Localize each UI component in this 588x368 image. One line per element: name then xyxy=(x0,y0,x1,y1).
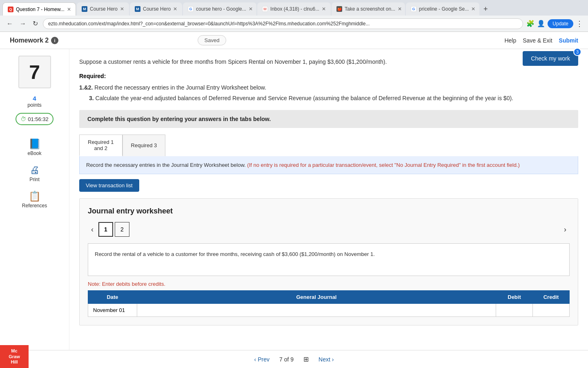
saved-badge: Saved xyxy=(198,35,227,45)
ebook-icon: 📘 xyxy=(29,138,41,150)
table-cell-general[interactable] xyxy=(137,304,496,317)
prev-chevron-icon: ‹ xyxy=(254,356,256,359)
sidebar: 7 4 points ⏱ 01:56:32 📘 eBook 🖨 Print 📋 … xyxy=(0,49,69,358)
print-label: Print xyxy=(29,177,40,182)
profile-icon: 👤 xyxy=(537,20,545,27)
save-exit-button[interactable]: Save & Exit xyxy=(523,37,552,44)
journal-pagination: ‹ 1 2 › xyxy=(88,222,570,237)
journal-page-2[interactable]: 2 xyxy=(115,222,129,237)
table-cell-credit[interactable] xyxy=(533,304,570,317)
app-header: Homework 2 i Saved Help Save & Exit Subm… xyxy=(0,32,588,49)
tab-priceline-close[interactable]: ✕ xyxy=(471,6,475,12)
address-input[interactable] xyxy=(43,18,523,29)
browser-menu-icon[interactable]: ⋮ xyxy=(576,19,583,28)
tab-ch2-close[interactable]: ✕ xyxy=(173,6,177,12)
tab-required-3[interactable]: Required 3 xyxy=(122,135,166,156)
timer-badge: ⏱ 01:56:32 xyxy=(16,113,53,125)
table-header-date: Date xyxy=(88,291,137,304)
table-header-credit: Credit xyxy=(533,291,570,304)
question-item-2: 3. Calculate the year-end adjusted balan… xyxy=(89,93,578,103)
tab-favicon-ch1: M xyxy=(82,6,87,12)
table-cell-date: November 01 xyxy=(88,304,137,317)
back-button[interactable]: ← xyxy=(5,18,15,29)
required-label: Required: xyxy=(79,73,578,79)
question-number: 7 xyxy=(29,61,40,83)
grid-icon[interactable]: ⊞ xyxy=(303,355,309,358)
check-my-work-button[interactable]: Check my work 3 xyxy=(523,51,578,66)
instructions-text: Complete this question by entering your … xyxy=(87,116,271,122)
info-icon[interactable]: i xyxy=(51,37,58,44)
forward-button[interactable]: → xyxy=(18,18,28,29)
points-value: 4 xyxy=(33,95,36,102)
print-tool[interactable]: 🖨 Print xyxy=(3,161,66,186)
browser-chrome: Q Question 7 - Homew... ✕ M Course Hero … xyxy=(0,0,588,32)
prev-button[interactable]: ‹ Prev xyxy=(254,356,270,359)
prev-label: Prev xyxy=(258,356,270,359)
references-label: References xyxy=(22,203,47,209)
tab-required-12[interactable]: Required 1and 2 xyxy=(79,135,122,156)
tabs-container: Required 1and 2 Required 3 xyxy=(79,135,578,156)
references-tool[interactable]: 📋 References xyxy=(3,187,66,212)
tab-q7[interactable]: Q Question 7 - Homew... ✕ xyxy=(2,2,76,16)
tab-q7-close[interactable]: ✕ xyxy=(67,7,71,12)
content-area: Suppose a customer rents a vehicle for t… xyxy=(69,49,588,358)
reload-button[interactable]: ↻ xyxy=(31,18,40,29)
tab-cg[interactable]: G course hero - Google... ✕ xyxy=(183,2,256,16)
tab-priceline[interactable]: G priceline - Google Se... ✕ xyxy=(406,2,479,16)
submit-button[interactable]: Submit xyxy=(559,37,578,44)
general-journal-input[interactable] xyxy=(142,307,491,313)
tab-cg-label: course hero - Google... xyxy=(196,6,246,12)
tab-ch1[interactable]: M Course Hero ✕ xyxy=(77,2,129,16)
update-button[interactable]: Update xyxy=(548,19,573,28)
page-current: 7 xyxy=(279,356,283,359)
journal-description-box: Record the rental of a vehicle to a cust… xyxy=(88,243,570,276)
journal-page-1[interactable]: 1 xyxy=(98,222,113,237)
timer-value: 01:56:32 xyxy=(28,116,49,122)
next-chevron-icon: › xyxy=(332,356,334,359)
tab-screenshot-close[interactable]: ✕ xyxy=(398,6,402,12)
tab-ch1-close[interactable]: ✕ xyxy=(120,6,124,12)
new-tab-button[interactable]: + xyxy=(480,5,491,13)
main-layout: 7 4 points ⏱ 01:56:32 📘 eBook 🖨 Print 📋 … xyxy=(0,49,588,358)
tab-ch1-label: Course Hero xyxy=(90,6,118,12)
instructions-box: Complete this question by entering your … xyxy=(79,110,578,128)
points-label: points xyxy=(27,102,42,108)
question-item-1: 1.&2. Record the necessary entries in th… xyxy=(79,83,578,93)
table-cell-debit[interactable] xyxy=(496,304,533,317)
journal-next-button[interactable]: › xyxy=(561,224,570,236)
table-header-debit: Debit xyxy=(496,291,533,304)
question-items: 1.&2. Record the necessary entries in th… xyxy=(79,83,578,103)
debit-input[interactable] xyxy=(501,307,528,313)
references-icon: 📋 xyxy=(29,191,41,202)
logo-line1: Mc xyxy=(11,348,17,353)
tab-inbox-close[interactable]: ✕ xyxy=(322,6,326,12)
tab-q7-label: Question 7 - Homew... xyxy=(16,7,65,12)
tab-cg-close[interactable]: ✕ xyxy=(249,6,253,12)
bottom-navigation: ‹ Prev 7 of 9 ⊞ Next › xyxy=(0,350,588,358)
help-link[interactable]: Help xyxy=(504,37,516,44)
journal-worksheet: Journal entry worksheet ‹ 1 2 › Record t… xyxy=(79,198,578,325)
view-transaction-button[interactable]: View transaction list xyxy=(79,179,139,192)
address-bar: ← → ↻ 🧩 👤 Update ⋮ xyxy=(0,16,588,31)
tab-inbox[interactable]: M Inbox (4,318) - clnu6... ✕ xyxy=(257,2,331,16)
journal-prev-button[interactable]: ‹ xyxy=(88,224,97,236)
tab-screenshot[interactable]: 🍎 Take a screenshot on... ✕ xyxy=(332,2,405,16)
page-indicator: 7 of 9 xyxy=(279,356,294,359)
homework-title-text: Homework 2 xyxy=(10,37,49,44)
tab-favicon-q7: Q xyxy=(8,7,13,12)
credit-input[interactable] xyxy=(538,307,564,313)
tab-favicon-inbox: M xyxy=(262,6,268,12)
next-label: Next xyxy=(318,356,330,359)
question-text: Suppose a customer rents a vehicle for t… xyxy=(79,57,578,66)
tab-favicon-ch2: M xyxy=(135,6,140,12)
info-banner-red-text: (If no entry is required for a particula… xyxy=(247,162,520,168)
browser-actions: 🧩 👤 Update ⋮ xyxy=(526,19,583,28)
next-button[interactable]: Next › xyxy=(318,356,334,359)
table-row: November 01 xyxy=(88,304,570,317)
journal-description-text: Record the rental of a vehicle to a cust… xyxy=(95,251,375,257)
ebook-tool[interactable]: 📘 eBook xyxy=(3,135,66,159)
journal-note: Note: Enter debits before credits. xyxy=(88,281,570,287)
sidebar-tools: 📘 eBook 🖨 Print 📋 References xyxy=(3,135,66,212)
tab-ch2[interactable]: M Course Hero ✕ xyxy=(130,2,182,16)
table-header-general: General Journal xyxy=(137,291,496,304)
